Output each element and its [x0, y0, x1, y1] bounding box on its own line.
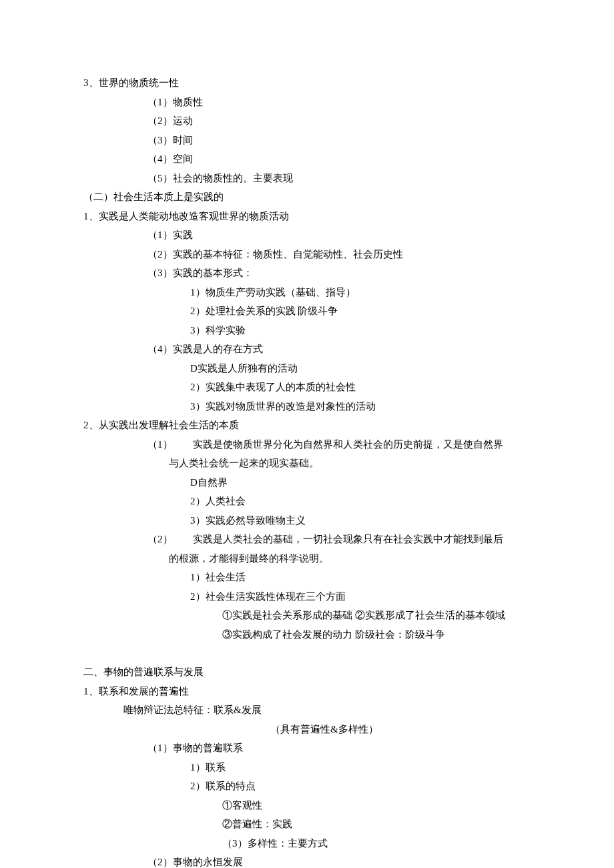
outline-line: （具有普遍性&多样性） — [83, 720, 531, 739]
outline-line: ①客观性 — [83, 796, 531, 815]
outline-line: ③实践构成了社会发展的动力 阶级社会：阶级斗争 — [83, 625, 531, 644]
outline-line: （2）事物的永恒发展 — [83, 853, 531, 868]
outline-line: ②普遍性：实践 — [83, 815, 531, 834]
outline-line: 3）科学实验 — [83, 321, 531, 340]
outline-line: （2）运动 — [83, 111, 531, 131]
outline-line: 1）社会生活 — [83, 568, 531, 587]
outline-line: D自然界 — [83, 473, 531, 492]
outline-line: （1）物质性 — [83, 93, 531, 112]
outline-line: （3）实践的基本形式： — [83, 264, 531, 283]
outline-line: 3、世界的物质统一性 — [83, 73, 531, 93]
outline-line: （3）多样性：主要方式 — [83, 834, 531, 853]
outline-line: 二、事物的普遍联系与发展 — [83, 663, 531, 682]
outline-line: （1） 实践是使物质世界分化为自然界和人类社会的历史前提，又是使自然界 — [83, 435, 531, 454]
outline-line: （1）事物的普遍联系 — [83, 739, 531, 758]
outline-line — [83, 644, 531, 663]
outline-line: 3）实践必然导致唯物主义 — [83, 511, 531, 530]
outline-line: 1、联系和发展的普遍性 — [83, 682, 531, 701]
outline-line: D实践是人所独有的活动 — [83, 359, 531, 378]
outline-line: 1）联系 — [83, 758, 531, 777]
outline-line: 1、实践是人类能动地改造客观世界的物质活动 — [83, 207, 531, 226]
document-outline: 3、世界的物质统一性（1）物质性（2）运动（3）时间（4）空间（5）社会的物质性… — [83, 73, 531, 868]
outline-line: （4）实践是人的存在方式 — [83, 340, 531, 359]
outline-line: 2）实践集中表现了人的本质的社会性 — [83, 378, 531, 397]
outline-line: （二）社会生活本质上是实践的 — [83, 187, 531, 207]
outline-line: 3）实践对物质世界的改造是对象性的活动 — [83, 397, 531, 416]
outline-line: 2）人类社会 — [83, 492, 531, 511]
outline-line: （2）实践的基本特征：物质性、自觉能动性、社会历史性 — [83, 245, 531, 264]
outline-line: （5）社会的物质性的。主要表现 — [83, 169, 531, 188]
outline-line: 2、从实践出发理解社会生活的本质 — [83, 416, 531, 435]
outline-line: （1）实践 — [83, 226, 531, 245]
outline-line: （4）空间 — [83, 149, 531, 169]
outline-line: 2）联系的特点 — [83, 777, 531, 796]
outline-line: 1）物质生产劳动实践（基础、指导） — [83, 283, 531, 302]
outline-line: （2） 实践是人类社会的基础，一切社会现象只有在社会实践中才能找到最后 — [83, 530, 531, 549]
outline-line: 的根源，才能得到最终的科学说明。 — [83, 549, 531, 568]
outline-line: 2）处理社会关系的实践 阶级斗争 — [83, 302, 531, 321]
outline-line: 唯物辩证法总特征：联系&发展 — [83, 701, 531, 720]
outline-line: （3）时间 — [83, 131, 531, 150]
outline-line: 与人类社会统一起来的现实基础。 — [83, 454, 531, 473]
outline-line: ①实践是社会关系形成的基础 ②实践形成了社会生活的基本领域 — [83, 606, 531, 625]
outline-line: 2）社会生活实践性体现在三个方面 — [83, 587, 531, 606]
